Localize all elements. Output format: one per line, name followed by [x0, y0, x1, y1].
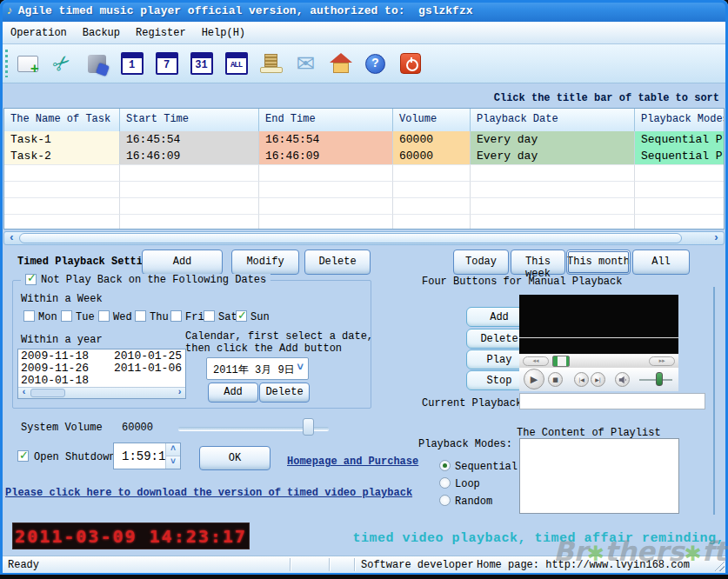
label-random: Random: [455, 496, 492, 508]
scroll-thumb[interactable]: [19, 233, 682, 243]
checkbox-tue[interactable]: [61, 310, 72, 322]
previous-button[interactable]: |◀: [574, 372, 589, 387]
stop-button[interactable]: ■: [548, 372, 563, 387]
scroll-right-icon[interactable]: ›: [710, 232, 723, 244]
date-item[interactable]: 2010-01-25: [114, 350, 182, 363]
scroll-right-icon[interactable]: ›: [174, 387, 185, 397]
view-7-days-icon[interactable]: 7: [152, 49, 181, 78]
help-icon[interactable]: ?: [361, 49, 390, 78]
checkbox-sun[interactable]: [236, 310, 247, 322]
date-picker[interactable]: 2011年 3月 9日 ˅: [206, 357, 309, 380]
cut-task-icon[interactable]: ✂: [48, 49, 77, 78]
this-month-button[interactable]: This month: [566, 250, 631, 275]
radio-random[interactable]: [439, 495, 451, 506]
exit-icon[interactable]: [396, 49, 424, 78]
spin-up-icon[interactable]: ˄: [166, 443, 180, 456]
listbox-hscrollbar[interactable]: ‹ ›: [18, 387, 185, 398]
date-item[interactable]: 2009-11-26: [21, 363, 89, 375]
screen: ♪ Agile timed music player official vers…: [0, 0, 728, 579]
col-header-date[interactable]: Playback Date: [471, 109, 635, 131]
this-week-button[interactable]: This week: [511, 250, 565, 275]
play-button[interactable]: ▶: [524, 369, 544, 389]
rewind-button[interactable]: ◄◄: [523, 356, 549, 366]
seek-bar[interactable]: ◄◄ ►►: [519, 354, 678, 368]
media-player: ◄◄ ►► ▶ ■ |◀ ▶|: [519, 295, 678, 391]
checkbox-fri[interactable]: [170, 310, 182, 322]
home-icon[interactable]: [326, 49, 355, 78]
ok-button[interactable]: OK: [199, 446, 270, 470]
current-playback-field[interactable]: [519, 393, 705, 409]
toolbar: + ✂ 1 7 31 ALL ✉ ?: [3, 44, 725, 83]
view-all-icon[interactable]: ALL: [222, 49, 250, 78]
label-mon: Mon: [38, 311, 57, 323]
col-header-end[interactable]: End Time: [259, 109, 393, 131]
table-hscrollbar[interactable]: ‹ ›: [3, 231, 725, 245]
delete-task-button[interactable]: Delete: [304, 250, 371, 275]
col-header-modes[interactable]: Playback Modes: [635, 109, 725, 131]
label-sat: Sat: [218, 311, 237, 323]
all-button[interactable]: All: [632, 250, 690, 275]
player-volume-thumb[interactable]: [656, 372, 663, 386]
table-empty-row: [4, 164, 724, 181]
view-31-days-icon[interactable]: 31: [187, 49, 216, 78]
checkbox-mon[interactable]: [23, 310, 35, 322]
radio-sequential[interactable]: [439, 460, 451, 471]
view-1-day-icon[interactable]: 1: [117, 49, 146, 78]
download-video-version-link[interactable]: Please click here to download the versio…: [5, 487, 412, 499]
volume-control-icon[interactable]: [257, 49, 285, 78]
radio-loop[interactable]: [439, 477, 451, 489]
chevron-down-icon[interactable]: ˅: [297, 361, 304, 374]
table-row[interactable]: Task-2 16:46:09 16:46:09 60000 Every day…: [4, 148, 724, 164]
clock-value: 2011-03-09 14:23:17: [15, 526, 247, 547]
modify-task-icon[interactable]: [83, 49, 111, 78]
col-header-volume[interactable]: Volume: [393, 109, 471, 131]
excluded-dates-listbox[interactable]: 2009-11-18 2009-11-26 2010-01-18 2010-01…: [17, 349, 186, 399]
modify-task-button[interactable]: Modify: [231, 250, 299, 275]
scroll-left-icon[interactable]: ‹: [5, 232, 18, 244]
menu-backup[interactable]: Backup: [75, 23, 128, 43]
sort-hint: Click the title bar of table to sort: [494, 92, 719, 104]
shutdown-time-spinner[interactable]: 1:59:16 ˄ ˅: [113, 443, 181, 469]
open-shutdown-checkbox[interactable]: [17, 450, 29, 462]
col-header-name[interactable]: The Name of Task: [4, 109, 120, 131]
checkbox-thu[interactable]: [135, 310, 146, 322]
add-date-button[interactable]: Add: [208, 383, 258, 403]
no-playback-checkbox[interactable]: [25, 274, 37, 285]
checkbox-wed[interactable]: [98, 310, 110, 322]
add-task-button[interactable]: Add: [142, 250, 223, 275]
date-item[interactable]: 2011-01-06: [114, 363, 182, 375]
fast-forward-button[interactable]: ►►: [649, 356, 675, 366]
system-volume-label: System Volume: [21, 422, 103, 434]
volume-slider-thumb[interactable]: [303, 418, 314, 436]
homepage-purchase-link[interactable]: Homepage and Purchase: [287, 456, 418, 468]
mute-button[interactable]: [615, 372, 630, 387]
new-task-icon[interactable]: +: [13, 49, 42, 78]
label-wed: Wed: [113, 311, 132, 323]
playlist-content-label: The Content of Playlist: [517, 427, 661, 439]
task-table: The Name of Task Start Time End Time Vol…: [3, 108, 725, 230]
label-tue: Tue: [76, 311, 95, 323]
playlist-listbox[interactable]: [519, 438, 679, 514]
today-button[interactable]: Today: [453, 250, 509, 275]
checkbox-sat[interactable]: [204, 310, 215, 322]
date-item[interactable]: 2010-01-18: [21, 375, 89, 387]
menu-register[interactable]: Register: [128, 23, 194, 43]
menu-help[interactable]: Help(H): [194, 23, 253, 43]
delete-date-button[interactable]: Delete: [259, 383, 310, 403]
date-item[interactable]: 2009-11-18: [21, 350, 89, 363]
video-display: [519, 295, 678, 354]
next-button[interactable]: ▶|: [591, 372, 605, 387]
panel-divider: [713, 287, 715, 515]
col-header-start[interactable]: Start Time: [120, 109, 259, 131]
no-playback-legend: Not Play Back on the Following Dates: [21, 274, 270, 287]
seek-thumb[interactable]: [552, 356, 570, 367]
mail-icon[interactable]: ✉: [291, 49, 320, 78]
window-title: Agile timed music player official versio…: [18, 4, 473, 17]
scroll-thumb[interactable]: [30, 389, 65, 397]
table-row[interactable]: Task-1 16:45:54 16:45:54 60000 Every day…: [4, 131, 724, 148]
menu-operation[interactable]: Operation: [3, 23, 75, 43]
label-sun: Sun: [250, 311, 270, 323]
scroll-left-icon[interactable]: ‹: [18, 387, 30, 397]
spin-down-icon[interactable]: ˅: [166, 456, 180, 469]
calendar-hint-line2: then click the Add button: [185, 343, 342, 355]
